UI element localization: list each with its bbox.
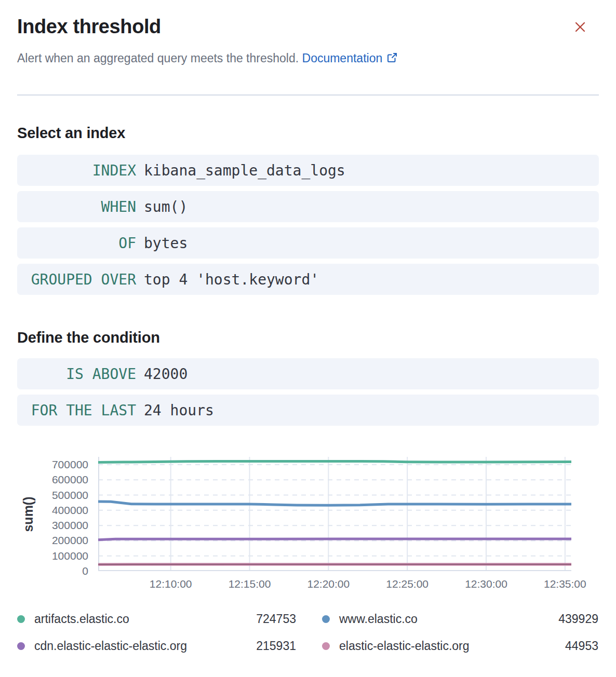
y-tick-label: 400000 — [17, 505, 88, 516]
legend-value: 215931 — [256, 639, 296, 653]
expression-of[interactable]: OFbytes — [17, 227, 599, 259]
expression-for-the-last[interactable]: FOR THE LAST24 hours — [17, 395, 599, 426]
y-tick-label: 700000 — [17, 459, 88, 470]
legend-dot-icon — [322, 642, 330, 650]
y-axis-tick-labels: 0100000200000300000400000500000600000700… — [17, 457, 88, 571]
expression-value: 42000 — [144, 365, 188, 383]
y-tick-label: 0 — [17, 565, 88, 577]
y-tick-label: 200000 — [17, 535, 88, 546]
expression-keyword: INDEX — [30, 162, 136, 179]
legend-label: cdn.elastic-elastic-elastic.org — [34, 639, 187, 653]
y-tick-label: 300000 — [17, 520, 88, 531]
x-tick-label: 12:25:00 — [371, 577, 444, 591]
close-button[interactable] — [571, 18, 590, 36]
legend-value: 439929 — [558, 612, 598, 626]
x-axis-tick-labels: 12:10:0012:15:0012:20:0012:25:0012:30:00… — [98, 577, 571, 593]
condition-heading: Define the condition — [17, 328, 599, 347]
y-tick-label: 600000 — [17, 474, 88, 485]
expression-keyword: FOR THE LAST — [30, 402, 136, 419]
index-threshold-flyout: Index threshold Alert when an aggregated… — [0, 0, 616, 677]
page-title: Index threshold — [17, 15, 599, 38]
legend-value: 724753 — [256, 612, 296, 626]
index-expression-list: INDEXkibana_sample_data_logsWHENsum()OFb… — [17, 155, 599, 295]
expression-keyword: GROUPED OVER — [30, 271, 136, 288]
expression-index[interactable]: INDEXkibana_sample_data_logs — [17, 155, 599, 186]
expression-keyword: IS ABOVE — [30, 365, 136, 383]
flyout-subtitle: Alert when an aggregated query meets the… — [17, 50, 599, 66]
x-tick-label: 12:30:00 — [450, 577, 523, 591]
close-icon — [574, 21, 586, 33]
chart-plot-area — [98, 457, 571, 571]
y-tick-label: 500000 — [17, 490, 88, 501]
documentation-link[interactable]: Documentation — [302, 51, 398, 65]
condition-expression-list: IS ABOVE42000FOR THE LAST24 hours — [17, 358, 599, 426]
subtitle-text: Alert when an aggregated query meets the… — [17, 51, 299, 65]
y-tick-label: 100000 — [17, 550, 88, 562]
expression-is-above[interactable]: IS ABOVE42000 — [17, 358, 599, 389]
x-tick-label: 12:35:00 — [529, 577, 601, 591]
select-index-heading: Select an index — [17, 124, 599, 142]
x-tick-label: 12:10:00 — [135, 577, 207, 591]
threshold-preview-chart: sum() 0100000200000300000400000500000600… — [17, 448, 599, 603]
expression-value: kibana_sample_data_logs — [144, 162, 345, 179]
legend-item-elastic-elastic-elastic.org: elastic-elastic-elastic.org44953 — [322, 632, 598, 659]
expression-keyword: WHEN — [30, 198, 136, 215]
expression-value: bytes — [144, 235, 188, 252]
expression-grouped-over[interactable]: GROUPED OVERtop 4 'host.keyword' — [17, 264, 599, 295]
series-line-artifacts.elastic.co — [98, 461, 571, 462]
series-line-www.elastic.co — [98, 502, 571, 505]
chart-legend: artifacts.elastic.co724753www.elastic.co… — [17, 605, 599, 659]
legend-label: elastic-elastic-elastic.org — [339, 639, 470, 653]
legend-dot-icon — [322, 615, 330, 623]
legend-item-www.elastic.co: www.elastic.co439929 — [322, 605, 598, 632]
header-divider — [17, 94, 599, 96]
legend-dot-icon — [17, 615, 25, 623]
expression-value: top 4 'host.keyword' — [144, 271, 319, 288]
documentation-link-label: Documentation — [302, 51, 383, 65]
series-line-cdn.elastic-elastic-elastic.org — [98, 539, 571, 540]
legend-label: www.elastic.co — [339, 612, 418, 626]
legend-item-artifacts.elastic.co: artifacts.elastic.co724753 — [17, 605, 296, 632]
legend-value: 44953 — [565, 639, 598, 653]
expression-value: sum() — [144, 198, 188, 215]
legend-label: artifacts.elastic.co — [34, 612, 129, 626]
legend-dot-icon — [17, 642, 25, 650]
external-link-icon — [386, 52, 398, 63]
x-tick-label: 12:20:00 — [292, 577, 365, 591]
x-tick-label: 12:15:00 — [213, 577, 286, 591]
expression-value: 24 hours — [144, 402, 214, 419]
legend-item-cdn.elastic-elastic-elastic.org: cdn.elastic-elastic-elastic.org215931 — [17, 632, 296, 659]
expression-when[interactable]: WHENsum() — [17, 191, 599, 222]
expression-keyword: OF — [30, 235, 136, 252]
